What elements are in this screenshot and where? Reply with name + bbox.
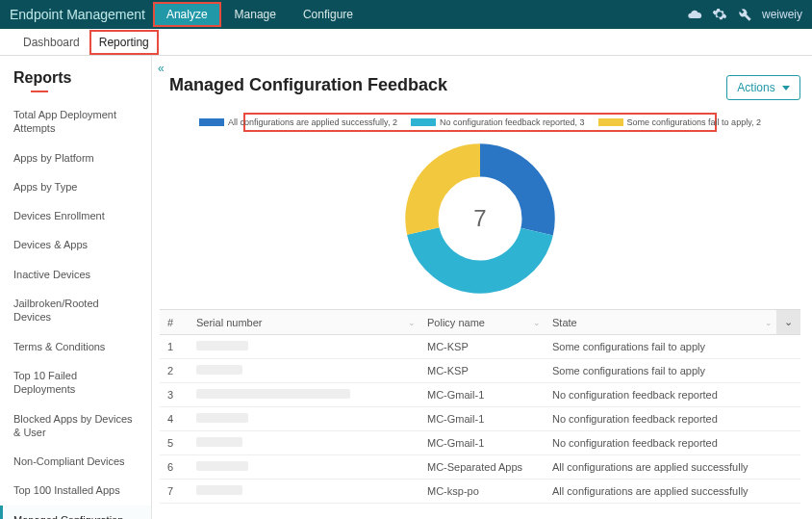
actions-button[interactable]: Actions bbox=[726, 75, 800, 100]
legend-swatch bbox=[411, 118, 436, 126]
wrench-icon[interactable] bbox=[737, 7, 752, 22]
sidebar-item[interactable]: Total App Deployment Attempts bbox=[0, 100, 151, 143]
subtabs: DashboardReporting bbox=[0, 29, 812, 56]
serial-cell bbox=[189, 455, 419, 480]
state-cell: Some configurations fail to apply bbox=[545, 335, 800, 359]
table-row[interactable]: 6MC-Separated AppsAll configurations are… bbox=[160, 455, 800, 480]
serial-cell bbox=[189, 335, 419, 359]
redacted-text bbox=[196, 389, 350, 399]
chart-legend: All configurations are applied successfu… bbox=[243, 113, 717, 132]
serial-cell bbox=[189, 480, 419, 504]
table-row[interactable]: 4MC-Gmail-1No configuration feedback rep… bbox=[160, 407, 800, 431]
page-title: Managed Configuration Feedback bbox=[169, 75, 800, 95]
serial-cell bbox=[189, 407, 419, 431]
legend-item: Some configurations fail to apply, 2 bbox=[598, 117, 761, 127]
sidebar-item[interactable]: Non-Compliant Devices bbox=[0, 447, 151, 476]
row-index: 5 bbox=[160, 431, 189, 455]
state-cell: No configuration feedback reported bbox=[545, 431, 800, 455]
redacted-text bbox=[196, 461, 248, 471]
legend-label: No configuration feedback reported, 3 bbox=[440, 117, 585, 127]
redacted-text bbox=[196, 365, 242, 375]
table-row[interactable]: 2MC-KSPSome configurations fail to apply bbox=[160, 359, 800, 383]
table-row[interactable]: 7MC-ksp-poAll configurations are applied… bbox=[160, 480, 800, 504]
serial-cell bbox=[189, 383, 419, 407]
main: Reports Total App Deployment AttemptsApp… bbox=[0, 56, 812, 519]
state-cell: Some configurations fail to apply bbox=[545, 359, 800, 383]
collapse-sidebar-icon[interactable]: « bbox=[158, 62, 165, 75]
donut-chart: 7 bbox=[403, 142, 557, 296]
subtab-reporting[interactable]: Reporting bbox=[89, 30, 159, 55]
sidebar-title: Reports bbox=[0, 69, 151, 91]
legend-swatch bbox=[199, 118, 224, 126]
table-row[interactable]: 3MC-Gmail-1No configuration feedback rep… bbox=[160, 383, 800, 407]
sidebar-item[interactable]: Devices Enrollment bbox=[0, 201, 151, 230]
gear-icon[interactable] bbox=[712, 7, 727, 22]
redacted-text bbox=[196, 485, 242, 495]
table-row[interactable]: 1MC-KSPSome configurations fail to apply bbox=[160, 335, 800, 359]
legend-item: All configurations are applied successfu… bbox=[199, 117, 397, 127]
row-index: 1 bbox=[160, 335, 189, 359]
subtab-dashboard[interactable]: Dashboard bbox=[13, 30, 89, 55]
sidebar-item[interactable]: Blocked Apps by Devices & User bbox=[0, 404, 151, 448]
sidebar-underline bbox=[31, 91, 48, 92]
column-header[interactable]: Serial number⌄ bbox=[189, 310, 419, 335]
data-table: #Serial number⌄Policy name⌄State⌄⌄ 1MC-K… bbox=[160, 309, 800, 504]
state-cell: All configurations are applied successfu… bbox=[545, 480, 800, 504]
sort-caret-icon: ⌄ bbox=[765, 318, 773, 327]
actions-label: Actions bbox=[737, 81, 774, 94]
redacted-text bbox=[196, 413, 248, 423]
topnav-item-analyze[interactable]: Analyze bbox=[153, 2, 221, 27]
row-index: 3 bbox=[160, 383, 189, 407]
sidebar-item[interactable]: Apps by Type bbox=[0, 172, 151, 201]
user-label[interactable]: weiweiy bbox=[762, 8, 802, 21]
chevron-down-icon: ⌄ bbox=[784, 316, 793, 327]
sidebar-item[interactable]: Managed Configuration Feedback bbox=[0, 506, 151, 519]
policy-cell: MC-Gmail-1 bbox=[419, 431, 545, 455]
sidebar-item[interactable]: Top 10 Failed Deployments bbox=[0, 361, 151, 404]
sidebar-item[interactable]: Terms & Conditions bbox=[0, 332, 151, 361]
legend-swatch bbox=[598, 118, 623, 126]
topnav-item-manage[interactable]: Manage bbox=[221, 2, 290, 27]
state-cell: No configuration feedback reported bbox=[545, 407, 800, 431]
topbar: Endpoint Management AnalyzeManageConfigu… bbox=[0, 0, 812, 29]
policy-cell: MC-Gmail-1 bbox=[419, 407, 545, 431]
state-cell: No configuration feedback reported bbox=[545, 383, 800, 407]
sidebar-item[interactable]: Apps by Platform bbox=[0, 143, 151, 172]
content: « Managed Configuration Feedback Actions… bbox=[152, 56, 812, 519]
policy-cell: MC-ksp-po bbox=[419, 480, 545, 504]
policy-cell: MC-Separated Apps bbox=[419, 455, 545, 480]
redacted-text bbox=[196, 437, 242, 447]
serial-cell bbox=[189, 359, 419, 383]
sort-caret-icon: ⌄ bbox=[533, 318, 541, 327]
sidebar-item[interactable]: Top 100 Installed Apps bbox=[0, 476, 151, 505]
sidebar-item[interactable]: Jailbroken/Rooted Devices bbox=[0, 289, 151, 332]
row-index: 2 bbox=[160, 359, 189, 383]
table-row[interactable]: 5MC-Gmail-1No configuration feedback rep… bbox=[160, 431, 800, 455]
topnav-item-configure[interactable]: Configure bbox=[290, 2, 367, 27]
redacted-text bbox=[196, 341, 248, 350]
sidebar-item[interactable]: Devices & Apps bbox=[0, 230, 151, 259]
state-cell: All configurations are applied successfu… bbox=[545, 455, 800, 480]
row-index: 7 bbox=[160, 480, 189, 504]
legend-label: Some configurations fail to apply, 2 bbox=[627, 117, 761, 127]
sidebar-item[interactable]: Inactive Devices bbox=[0, 260, 151, 289]
brand: Endpoint Management bbox=[10, 7, 145, 22]
sidebar: Reports Total App Deployment AttemptsApp… bbox=[0, 56, 152, 519]
legend-item: No configuration feedback reported, 3 bbox=[411, 117, 585, 127]
policy-cell: MC-Gmail-1 bbox=[419, 383, 545, 407]
legend-label: All configurations are applied successfu… bbox=[228, 117, 397, 127]
column-header[interactable]: Policy name⌄ bbox=[419, 310, 545, 335]
column-header[interactable]: # bbox=[160, 310, 189, 335]
row-index: 4 bbox=[160, 407, 189, 431]
column-header[interactable]: State⌄ bbox=[545, 310, 776, 335]
sort-caret-icon: ⌄ bbox=[408, 318, 416, 327]
cloud-icon[interactable] bbox=[687, 7, 702, 22]
policy-cell: MC-KSP bbox=[419, 359, 545, 383]
state-filter-dropdown[interactable]: ⌄ bbox=[776, 310, 800, 335]
policy-cell: MC-KSP bbox=[419, 335, 545, 359]
row-index: 6 bbox=[160, 455, 189, 480]
donut-chart-wrap: 7 bbox=[160, 142, 800, 296]
donut-center-value: 7 bbox=[403, 142, 557, 296]
serial-cell bbox=[189, 431, 419, 455]
topbar-right: weiweiy bbox=[687, 7, 802, 22]
